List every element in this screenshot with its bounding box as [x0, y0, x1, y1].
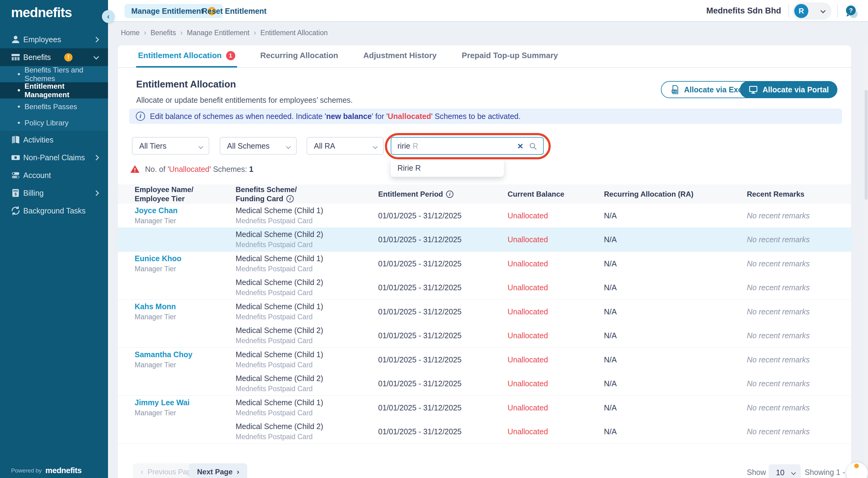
ra-cell-value: N/A	[604, 211, 747, 220]
remarks-cell-value: No recent remarks	[747, 355, 848, 364]
employee-group: Kahs MonnManager TierMedical Scheme (Chi…	[118, 299, 851, 347]
sidebar: mednefits EmployeesBenefits!•Benefits Ti…	[0, 0, 108, 478]
tab-label: Entitlement Allocation	[138, 51, 222, 60]
help-button[interactable]: ?	[843, 4, 860, 20]
employee-name-link[interactable]: Kahs Monn	[135, 302, 236, 311]
chevron-down-icon	[286, 145, 291, 149]
table-row: Eunice KhooManager TierMedical Scheme (C…	[118, 252, 851, 276]
chevron-down-icon	[791, 470, 796, 475]
funding-card-value: Mednefits Postpaid Card	[236, 337, 378, 345]
breadcrumb-item[interactable]: Home	[121, 29, 140, 37]
employee-cell: Eunice KhooManager Tier	[135, 252, 236, 276]
ra-cell: N/A	[604, 324, 747, 347]
monitor-icon	[748, 85, 758, 95]
breadcrumb-item[interactable]: Manage Entitlement	[187, 29, 250, 37]
funding-card-value: Mednefits Postpaid Card	[236, 217, 378, 225]
alert-badge-icon: !	[64, 53, 72, 61]
user-menu[interactable]: R	[793, 2, 832, 20]
previous-page-label: Previous Page	[148, 468, 195, 476]
chevron-down-icon	[198, 145, 204, 149]
ra-cell: N/A	[604, 252, 747, 276]
funding-card-value: Mednefits Postpaid Card	[236, 385, 378, 393]
remarks-cell: No recent remarks	[747, 227, 848, 251]
employee-name-link[interactable]: Eunice Khoo	[135, 254, 236, 263]
tab-prepaid-top-up-summary[interactable]: Prepaid Top-up Summary	[460, 45, 560, 68]
bullet-icon: •	[18, 69, 20, 79]
info-icon[interactable]: i	[286, 195, 294, 202]
scrollbar[interactable]	[864, 44, 868, 478]
ra-cell: N/A	[604, 204, 747, 227]
sidebar-item-label: Policy Library	[25, 119, 68, 127]
funding-card-value: Mednefits Postpaid Card	[236, 433, 378, 441]
chevron-down-icon	[373, 145, 378, 149]
schemes-filter-select[interactable]: All Schemes	[220, 137, 297, 155]
sidebar-item-benefits[interactable]: Benefits!	[0, 48, 108, 66]
chevron-down-icon	[93, 54, 99, 59]
balance-cell: Unallocated	[507, 396, 604, 420]
app-root: mednefits EmployeesBenefits!•Benefits Ti…	[0, 0, 868, 478]
reset-entitlement-button[interactable]: Reset Entitlement	[202, 7, 267, 15]
powered-by-label: Powered by	[11, 467, 41, 474]
mednefits-footer-logo: mednefits	[45, 466, 82, 475]
divider	[788, 4, 789, 18]
sidebar-item-benefits-tiers-and-schemes[interactable]: •Benefits Tiers and Schemes	[0, 66, 108, 82]
sidebar-item-employees[interactable]: Employees	[0, 31, 108, 48]
period-cell: 01/01/2025 - 31/12/2025	[378, 252, 507, 276]
scheme-cell-value: Medical Scheme (Child 1)	[236, 254, 378, 263]
search-value: ririe	[397, 141, 410, 151]
tab-entitlement-allocation[interactable]: Entitlement Allocation1	[136, 45, 237, 68]
breadcrumb-separator: ›	[180, 29, 183, 37]
ra-cell: N/A	[604, 227, 747, 251]
employee-search-input[interactable]: ririe R ✕	[391, 137, 544, 155]
employee-name-link[interactable]: Joyce Chan	[135, 206, 236, 215]
sidebar-item-background-tasks[interactable]: Background Tasks	[0, 202, 108, 220]
ra-cell-value: N/A	[604, 355, 747, 364]
balance-cell: Unallocated	[507, 420, 604, 443]
employee-name-link[interactable]: Samantha Choy	[135, 350, 236, 359]
search-suggestion-item[interactable]: Ririe R	[397, 164, 421, 172]
table-row: Medical Scheme (Child 2)Mednefits Postpa…	[118, 227, 851, 251]
sidebar-item-label: Benefits Tiers and Schemes	[25, 66, 108, 83]
ra-cell: N/A	[604, 396, 747, 420]
period-cell: 01/01/2025 - 31/12/2025	[378, 420, 507, 443]
search-icon[interactable]	[528, 141, 537, 151]
tiers-filter-select[interactable]: All Tiers	[132, 137, 209, 155]
ra-filter-select[interactable]: All RA	[307, 137, 384, 155]
balance-cell-value: Unallocated	[507, 259, 604, 268]
sidebar-item-benefits-passes[interactable]: •Benefits Passes	[0, 98, 108, 115]
tab-recurring-allocation[interactable]: Recurring Allocation	[258, 45, 340, 68]
scrollbar-thumb[interactable]	[865, 90, 868, 200]
breadcrumb-item[interactable]: Benefits	[151, 29, 176, 37]
scheme-cell: Medical Scheme (Child 1)Mednefits Postpa…	[236, 204, 378, 227]
next-page-button[interactable]: Next Page ›	[189, 463, 247, 478]
header-recent-remarks: Recent Remarks	[747, 184, 848, 204]
bullet-icon: •	[18, 102, 20, 111]
sidebar-item-activities[interactable]: Activities	[0, 131, 108, 149]
allocate-via-portal-button[interactable]: Allocate via Portal	[740, 81, 837, 98]
clear-search-icon[interactable]: ✕	[517, 142, 524, 151]
employee-name-link[interactable]: Jimmy Lee Wai	[135, 398, 236, 407]
sidebar-item-entitlement-management[interactable]: •Entitlement Management	[0, 82, 108, 98]
balance-cell-value: Unallocated	[507, 427, 604, 436]
sidebar-item-non-panel-claims[interactable]: Non-Panel Claims	[0, 149, 108, 166]
scheme-cell-value: Medical Scheme (Child 1)	[236, 302, 378, 311]
period-cell-value: 01/01/2025 - 31/12/2025	[378, 283, 507, 292]
remarks-cell: No recent remarks	[747, 204, 848, 227]
info-icon[interactable]: i	[446, 191, 454, 198]
ra-filter-value: All RA	[314, 141, 335, 151]
bullet-icon: •	[18, 118, 20, 128]
sidebar-item-billing[interactable]: $Billing	[0, 184, 108, 202]
tab-adjustment-history[interactable]: Adjustment History	[361, 45, 438, 68]
breadcrumb-item[interactable]: Entitlement Allocation	[260, 29, 328, 37]
ra-cell-value: N/A	[604, 235, 747, 244]
page-size-select[interactable]: 10	[769, 464, 801, 478]
remarks-cell: No recent remarks	[747, 324, 848, 347]
sidebar-item-account[interactable]: Account	[0, 166, 108, 184]
sidebar-item-label: Account	[23, 171, 51, 180]
sidebar-item-policy-library[interactable]: •Policy Library	[0, 115, 108, 131]
balance-cell-value: Unallocated	[507, 379, 604, 388]
sidebar-collapse-button[interactable]: ‹	[102, 10, 115, 23]
table-row: Jimmy Lee WaiManager TierMedical Scheme …	[118, 396, 851, 420]
sidebar-item-label: Benefits Passes	[25, 102, 77, 111]
employee-tier: Manager Tier	[135, 265, 236, 273]
